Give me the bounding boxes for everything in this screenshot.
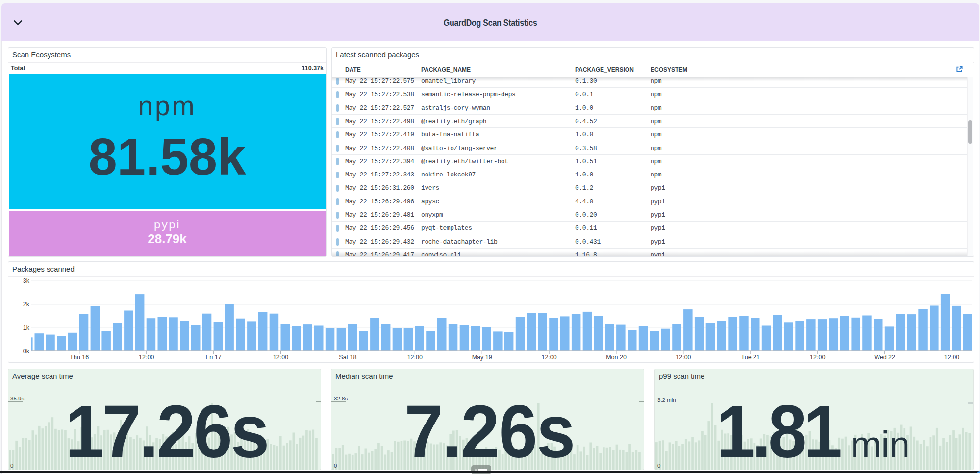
svg-text:Tue 21: Tue 21 xyxy=(741,354,760,361)
svg-text:2k: 2k xyxy=(23,301,30,308)
svg-text:12:00: 12:00 xyxy=(541,354,556,361)
svg-text:Mon 20: Mon 20 xyxy=(606,354,627,361)
svg-text:12:00: 12:00 xyxy=(676,354,691,361)
svg-text:3k: 3k xyxy=(23,277,30,284)
svg-text:12:00: 12:00 xyxy=(407,354,423,361)
svg-text:Fri 17: Fri 17 xyxy=(206,354,222,361)
svg-text:May 19: May 19 xyxy=(472,354,492,361)
svg-text:12:00: 12:00 xyxy=(139,354,154,361)
svg-text:Wed 22: Wed 22 xyxy=(874,354,895,361)
svg-text:1k: 1k xyxy=(23,324,30,331)
svg-text:Sat 18: Sat 18 xyxy=(339,354,356,361)
svg-text:Thu 16: Thu 16 xyxy=(70,354,89,361)
svg-text:12:00: 12:00 xyxy=(810,354,825,361)
svg-text:12:00: 12:00 xyxy=(944,354,959,361)
svg-text:12:00: 12:00 xyxy=(273,354,288,361)
svg-text:0k: 0k xyxy=(23,348,30,355)
